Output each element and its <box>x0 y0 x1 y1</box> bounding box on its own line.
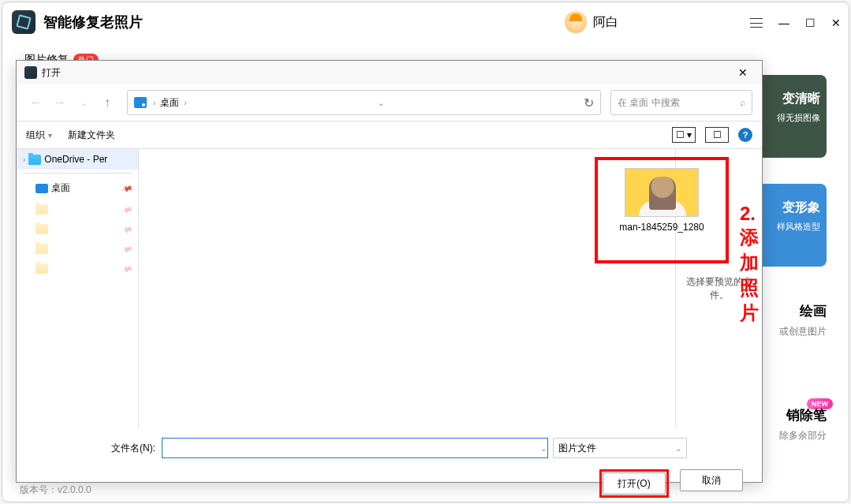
preview-toggle-button[interactable]: ☐ <box>705 127 729 143</box>
nav-forward-icon[interactable]: → <box>50 92 70 113</box>
tree-item[interactable]: 📌 <box>17 219 138 239</box>
card-paint[interactable]: 绘画 或创意图片 <box>756 302 827 338</box>
open-button[interactable]: 打开(O) <box>603 472 666 495</box>
dialog-close-icon[interactable]: ✕ <box>732 65 754 80</box>
chevron-right-icon: › <box>184 99 186 107</box>
address-bar[interactable]: › 桌面 › ⌄ ↻ <box>127 90 601 115</box>
search-input[interactable]: 在 桌面 中搜索 ⌕ <box>610 90 752 115</box>
tree-item[interactable]: 📌 <box>17 200 138 219</box>
annotation-box-2: 打开(O) <box>599 469 669 498</box>
refresh-icon[interactable]: ↻ <box>584 95 594 110</box>
main-titlebar: 智能修复老照片 阿白 — ☐ ✕ <box>2 2 849 42</box>
tree-panel: › OneDrive - Per 桌面 📌 📌 📌 📌 <box>17 149 139 428</box>
dialog-icon <box>24 66 37 79</box>
chevron-right-icon: › <box>23 155 25 164</box>
app-logo-icon <box>12 10 35 34</box>
file-open-dialog: 打开 ✕ ← → ⌄ ↑ › 桌面 › ⌄ ↻ 在 桌面 中搜索 ⌕ 组织 ▾ <box>16 60 763 483</box>
tree-item[interactable]: 📌 <box>17 259 138 278</box>
menu-icon[interactable] <box>750 18 763 28</box>
search-icon: ⌕ <box>740 97 745 108</box>
dialog-toolbar: 组织 ▾ 新建文件夹 ☐ ▾ ☐ ? <box>17 121 762 149</box>
breadcrumb-item[interactable]: 桌面 <box>160 96 179 110</box>
view-mode-button[interactable]: ☐ ▾ <box>672 127 696 143</box>
folder-icon <box>35 224 48 234</box>
card-erase[interactable]: 销除笔 除多余部分 <box>756 406 827 442</box>
folder-icon <box>28 155 41 165</box>
pin-icon: 📌 <box>121 243 133 256</box>
tree-item-desktop[interactable]: 桌面 📌 <box>17 177 138 200</box>
nav-recent-icon[interactable]: ⌄ <box>73 92 94 113</box>
breadcrumb: › 桌面 › <box>153 96 187 110</box>
card-clarity[interactable]: 变清晰 得无损图像 <box>756 75 827 158</box>
help-icon[interactable]: ? <box>738 128 752 142</box>
dialog-nav: ← → ⌄ ↑ › 桌面 › ⌄ ↻ 在 桌面 中搜索 ⌕ <box>17 84 762 121</box>
card-transform[interactable]: 变形象 样风格造型 <box>756 184 827 267</box>
folder-icon <box>35 244 48 254</box>
maximize-icon[interactable]: ☐ <box>805 17 816 29</box>
pin-icon: 📌 <box>121 182 133 195</box>
nav-back-icon[interactable]: ← <box>26 92 47 113</box>
filename-label: 文件名(N): <box>111 442 155 455</box>
chevron-down-icon: ⌄ <box>675 444 681 453</box>
close-icon[interactable]: ✕ <box>831 17 841 29</box>
filetype-select[interactable]: 图片文件 ⌄ <box>553 438 687 458</box>
folder-icon <box>35 204 48 215</box>
new-folder-button[interactable]: 新建文件夹 <box>68 129 115 142</box>
annotation-box <box>595 157 729 263</box>
dialog-title: 打开 <box>42 66 61 80</box>
pin-icon: 📌 <box>121 263 133 275</box>
cancel-button[interactable]: 取消 <box>680 469 743 491</box>
chevron-right-icon: › <box>153 99 155 107</box>
chevron-down-icon: ▾ <box>48 131 52 140</box>
dialog-titlebar: 打开 ✕ <box>17 61 762 84</box>
tree-item[interactable]: 📌 <box>17 239 138 259</box>
folder-icon <box>35 263 48 274</box>
pin-icon: 📌 <box>121 223 133 236</box>
filename-input[interactable] <box>162 438 548 458</box>
desktop-icon <box>134 97 147 108</box>
chevron-down-icon[interactable]: ⌄ <box>378 99 384 107</box>
annotation-text: 2.添加照片 <box>740 203 759 326</box>
dialog-body: › OneDrive - Per 桌面 📌 📌 📌 📌 <box>17 149 762 428</box>
pin-icon: 📌 <box>121 203 133 216</box>
nav-up-icon[interactable]: ↑ <box>97 92 118 113</box>
user-info[interactable]: 阿白 <box>565 11 618 33</box>
file-area[interactable]: man-1845259_1280 2.添加照片 <box>139 149 675 428</box>
app-title: 智能修复老照片 <box>43 13 143 32</box>
dialog-footer: 文件名(N): ⌄ 图片文件 ⌄ 打开(O) 取消 <box>17 428 762 504</box>
tree-item-onedrive[interactable]: › OneDrive - Per <box>17 149 138 170</box>
minimize-icon[interactable]: — <box>778 17 789 29</box>
user-name: 阿白 <box>593 14 618 31</box>
avatar-icon <box>565 11 587 33</box>
desktop-icon <box>35 184 48 193</box>
organize-button[interactable]: 组织 ▾ <box>26 129 52 142</box>
